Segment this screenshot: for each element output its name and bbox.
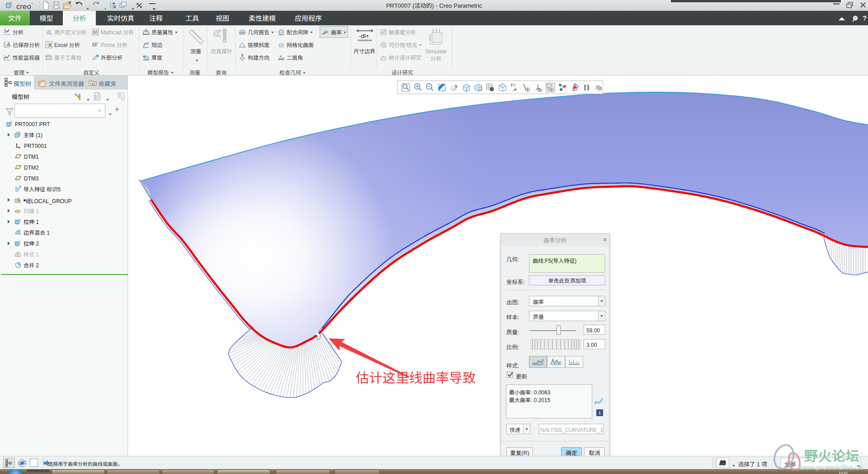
- svg-text:估计这里线曲率导致: 估计这里线曲率导致: [356, 367, 476, 386]
- svg-text:M: M: [93, 28, 97, 35]
- svg-text:X: X: [48, 42, 52, 48]
- svg-text:M′: M′: [92, 41, 98, 48]
- svg-text:x: x: [7, 28, 9, 33]
- svg-text:×: ×: [513, 83, 515, 88]
- svg-text:-dl+: -dl+: [359, 33, 369, 39]
- svg-text:3D: 3D: [143, 54, 146, 58]
